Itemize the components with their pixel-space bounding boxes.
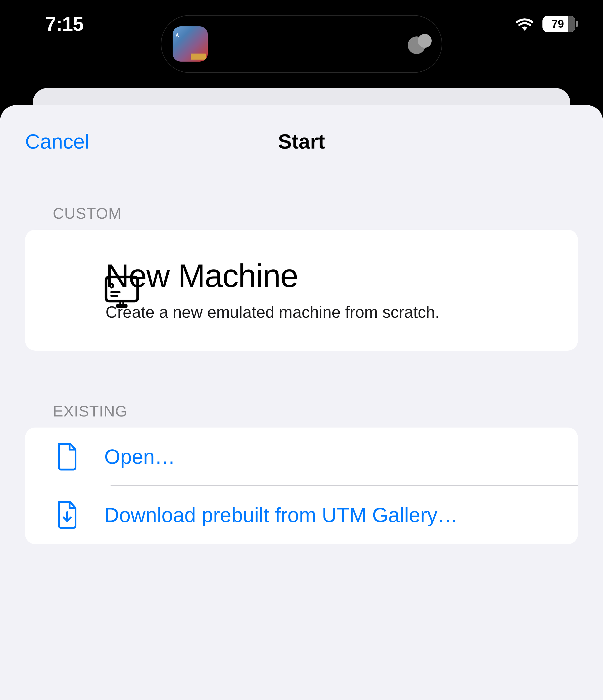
download-gallery-label: Download prebuilt from UTM Gallery…: [104, 503, 458, 527]
custom-section-header: CUSTOM: [25, 204, 578, 222]
download-gallery-item[interactable]: Download prebuilt from UTM Gallery…: [25, 486, 578, 544]
battery-level: 79: [552, 18, 564, 30]
dynamic-island[interactable]: [161, 15, 442, 73]
open-label: Open…: [104, 445, 175, 469]
svg-rect-3: [116, 304, 128, 308]
open-item[interactable]: Open…: [25, 428, 578, 486]
new-machine-title: New Machine: [106, 257, 440, 295]
document-icon: [55, 441, 79, 472]
modal-header: Cancel Start: [0, 125, 603, 158]
existing-list: Open… Download prebuilt from UTM Gallery…: [25, 428, 578, 544]
cancel-button[interactable]: Cancel: [25, 130, 89, 153]
new-machine-card[interactable]: New Machine Create a new emulated machin…: [25, 230, 578, 351]
existing-section: EXISTING Open…: [0, 402, 603, 544]
battery-indicator: 79: [543, 16, 578, 32]
new-machine-subtitle: Create a new emulated machine from scrat…: [106, 302, 440, 323]
now-playing-album-art: [173, 26, 208, 61]
svg-rect-0: [106, 277, 138, 301]
modal-title: Start: [278, 130, 325, 153]
wifi-icon: [515, 16, 534, 32]
custom-section: CUSTOM New Machine Create a new emulated…: [0, 204, 603, 351]
homepod-icon: [408, 34, 430, 54]
terminal-icon: [103, 272, 141, 311]
status-time: 7:15: [25, 12, 83, 35]
modal-sheet: Cancel Start CUSTOM New Machine Create a: [0, 105, 603, 700]
download-document-icon: [55, 500, 79, 530]
status-indicators: 79: [515, 16, 578, 32]
existing-section-header: EXISTING: [25, 402, 578, 420]
status-bar: 7:15 79: [0, 0, 603, 88]
